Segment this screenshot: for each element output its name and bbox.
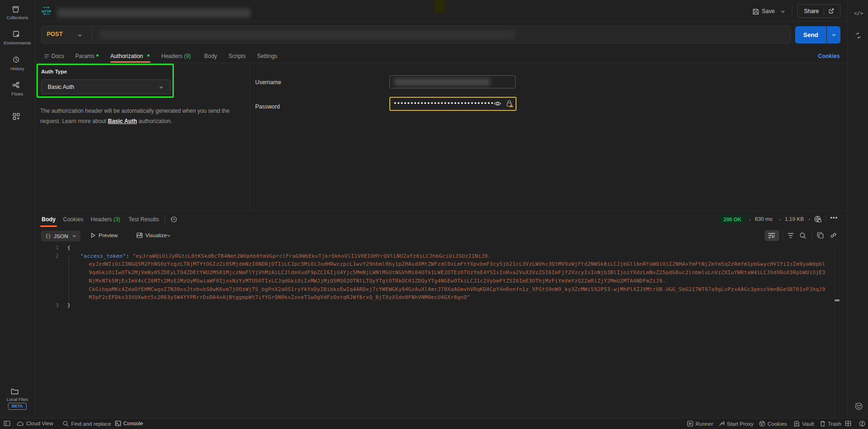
response-scrollbar-thumb[interactable] — [835, 299, 839, 301]
toggle-sidebar-icon[interactable] — [4, 421, 10, 426]
tab-authorization[interactable]: Authorization — [110, 53, 143, 59]
send-button[interactable]: Send — [795, 26, 826, 44]
response-more-options-icon[interactable]: ••• — [830, 214, 838, 221]
method-chevron-icon[interactable] — [78, 34, 82, 37]
auth-type-value: Basic Auth — [48, 84, 74, 90]
response-divider — [35, 211, 847, 211]
filter-icon[interactable] — [787, 233, 794, 239]
auth-type-label: Auth Type — [41, 69, 67, 74]
response-scrollbar-track — [834, 245, 834, 418]
trash-button[interactable]: Trash — [820, 421, 841, 427]
tab-scripts[interactable]: Scripts — [229, 53, 246, 59]
auth-panel-divider — [250, 63, 250, 211]
visualize-chevron-icon[interactable] — [166, 234, 171, 238]
response-tab-test-results[interactable]: Test Results — [129, 216, 159, 223]
response-active-tab-underline — [40, 225, 57, 227]
request-title-redacted — [57, 8, 251, 18]
show-password-icon[interactable] — [494, 100, 502, 107]
response-time[interactable]: 830 ms — [755, 216, 773, 222]
copy-response-icon[interactable] — [817, 232, 824, 239]
basic-auth-link[interactable]: Basic Auth — [108, 118, 137, 124]
format-value: JSON — [51, 233, 68, 239]
vault-button[interactable]: Vault — [794, 421, 814, 427]
sidebar-item-local-files[interactable]: Local Files — [0, 397, 35, 402]
sidebar-section-divider — [4, 102, 31, 102]
code-snippet-icon[interactable]: </> — [854, 10, 863, 16]
save-button[interactable]: Save — [762, 8, 775, 15]
response-format-dropdown[interactable]: {} JSON — [41, 231, 80, 241]
sidebar-item-history[interactable]: History — [0, 66, 35, 71]
token-row: NjMxNTk5MjEsImV4cCI6MTc2MzE2MzUyMSwiaWF0… — [89, 278, 666, 284]
header-btn-divider — [792, 6, 792, 15]
request-url-redacted[interactable] — [99, 30, 515, 39]
username-input[interactable] — [389, 75, 516, 88]
tabs-divider — [35, 63, 847, 63]
find-replace-button[interactable]: Find and replace — [63, 421, 111, 427]
docs-icon[interactable] — [44, 53, 50, 59]
tab-docs[interactable]: Docs — [51, 53, 64, 59]
flows-icon[interactable] — [13, 81, 20, 88]
environments-icon[interactable] — [13, 30, 20, 37]
sidebar-item-collections[interactable]: Collections — [0, 15, 35, 20]
beta-badge: BETA — [8, 403, 27, 410]
save-chevron-icon[interactable] — [781, 10, 785, 14]
more-blocks-icon[interactable] — [13, 113, 20, 120]
right-strip-divider — [847, 0, 847, 418]
response-tab-cookies[interactable]: Cookies — [63, 216, 83, 223]
response-tab-headers[interactable]: Headers (3) — [91, 216, 120, 223]
line-number: 2 — [56, 253, 59, 259]
send-options-button[interactable] — [827, 26, 840, 44]
indent-guide — [69, 255, 69, 302]
password-masked-value: •••••••••••••••••••••••••••••• — [394, 100, 495, 107]
svg-text:!: ! — [511, 104, 512, 107]
preview-button[interactable]: Preview — [90, 233, 118, 238]
json-line-access-token: "access_token": "eyJraWQiOiJyRGtcL0tKSkd… — [80, 253, 491, 259]
response-size[interactable]: 1.19 KB — [785, 216, 804, 222]
sidebar-item-environments[interactable]: Environments — [0, 40, 35, 45]
panes-icon[interactable] — [845, 421, 851, 426]
line-number: 3 — [56, 302, 59, 308]
tab-body[interactable]: Body — [204, 53, 217, 59]
headers-count-badge: (9) — [184, 53, 191, 59]
json-open-brace: { — [67, 245, 71, 251]
authorization-modified-dot — [147, 54, 150, 57]
auth-type-dropdown[interactable]: Basic Auth — [41, 80, 171, 94]
params-modified-dot — [96, 54, 99, 57]
method-selector[interactable]: POST — [47, 31, 63, 37]
username-label: Username — [255, 79, 281, 86]
search-response-icon[interactable] — [799, 232, 806, 239]
tab-settings[interactable]: Settings — [257, 53, 277, 59]
response-headers-count: (3) — [114, 216, 121, 223]
wrap-lines-button[interactable] — [765, 230, 779, 241]
tab-headers[interactable]: Headers (9) — [161, 53, 191, 59]
password-input[interactable]: •••••••••••••••••••••••••••••• ! — [389, 97, 516, 111]
share-link-icon[interactable] — [824, 8, 839, 14]
visualize-button[interactable]: Visualize — [136, 233, 167, 238]
sidebar-item-flows[interactable]: Flows — [0, 91, 35, 96]
share-button[interactable]: Share — [797, 4, 840, 18]
runner-button[interactable]: Runner — [687, 421, 713, 427]
collections-icon[interactable] — [12, 6, 20, 14]
start-proxy-button[interactable]: Start Proxy — [718, 421, 753, 427]
local-files-icon[interactable] — [11, 388, 19, 395]
header-divider — [35, 21, 847, 22]
username-value-redacted — [394, 79, 490, 86]
history-icon[interactable] — [13, 56, 20, 63]
response-history-icon[interactable] — [170, 216, 178, 223]
status-badge[interactable]: 200 OK — [720, 215, 745, 224]
tab-params[interactable]: Params — [75, 53, 94, 59]
link-response-icon[interactable] — [830, 232, 837, 239]
sync-icon[interactable] — [855, 32, 861, 39]
save-icon[interactable] — [753, 8, 759, 15]
response-tab-body[interactable]: Body — [42, 216, 56, 223]
token-row: CkGihqaMKc4ZdaOfEHMCwgoI7N30osJtvbvbS8wK… — [89, 286, 825, 292]
cloud-view-button[interactable]: Cloud View — [17, 421, 53, 426]
help-icon[interactable] — [859, 421, 865, 427]
network-info-icon[interactable] — [814, 215, 822, 223]
cookies-button[interactable]: Cookies — [759, 421, 787, 427]
cookies-link[interactable]: Cookies — [818, 53, 840, 59]
http-request-tab-icon[interactable]: HTTP — [40, 6, 52, 16]
password-warning-lock-icon[interactable]: ! — [506, 100, 514, 108]
postbot-icon[interactable] — [854, 402, 863, 411]
console-button[interactable]: Console — [115, 421, 143, 426]
